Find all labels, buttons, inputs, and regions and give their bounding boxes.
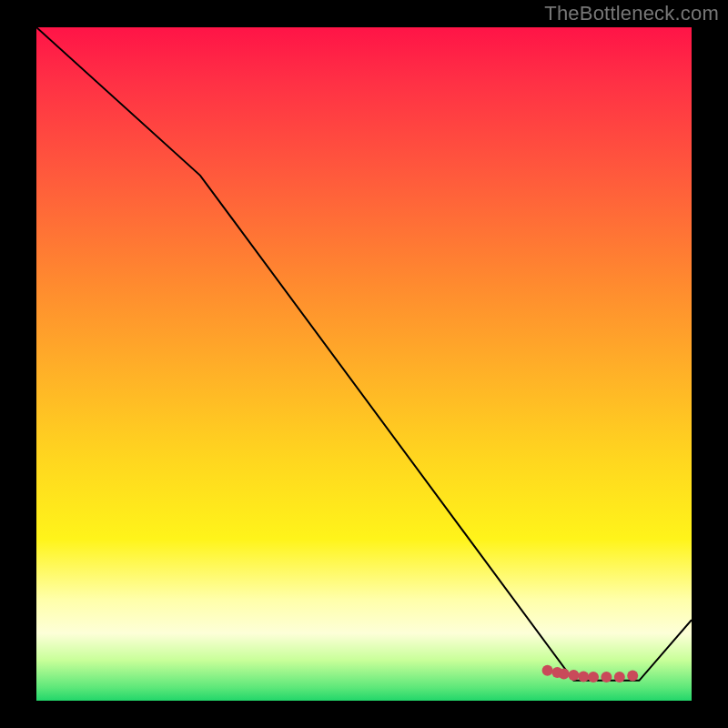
marker-point	[614, 672, 625, 682]
chart-container: TheBottleneck.com	[0, 0, 728, 728]
marker-point	[601, 672, 612, 682]
marker-point	[542, 665, 553, 676]
plot-area	[36, 27, 692, 701]
chart-svg	[36, 27, 692, 701]
marker-point	[578, 671, 589, 682]
marker-point	[627, 671, 638, 682]
series-curve-path	[36, 27, 692, 681]
marker-point	[568, 670, 579, 681]
series-curve	[36, 27, 692, 681]
attribution-text: TheBottleneck.com	[544, 2, 719, 25]
marker-point	[559, 668, 570, 679]
markers-group	[542, 665, 639, 682]
marker-point	[588, 672, 599, 682]
